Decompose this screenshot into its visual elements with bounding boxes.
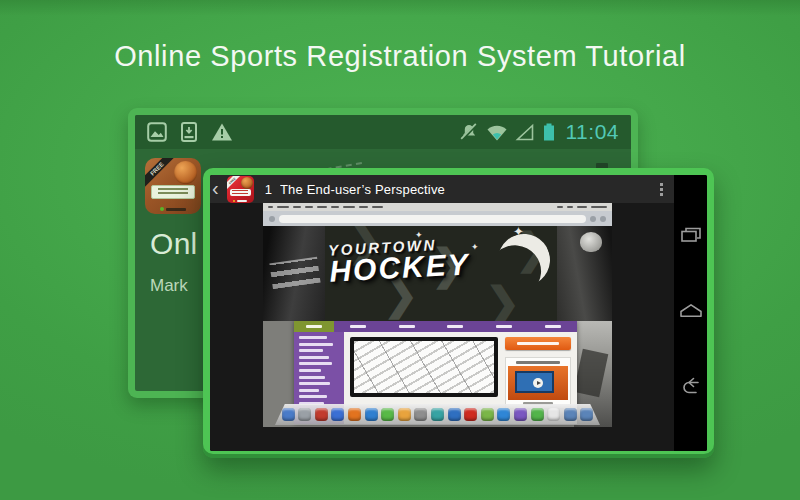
dock-app-icon bbox=[381, 408, 394, 421]
roster-image-frame bbox=[350, 337, 498, 397]
dock-app-icon bbox=[564, 408, 577, 421]
dock-app-icon bbox=[448, 408, 461, 421]
dock-app-icon bbox=[580, 408, 593, 421]
video-ad-box bbox=[505, 357, 571, 409]
mute-icon bbox=[459, 122, 479, 142]
dock-app-icon bbox=[531, 408, 544, 421]
dock-app-icon bbox=[547, 408, 560, 421]
signal-icon bbox=[515, 122, 535, 142]
icon-label-band bbox=[230, 189, 251, 196]
dock-app-icon bbox=[282, 408, 295, 421]
roster-spreadsheet bbox=[354, 341, 494, 393]
wifi-icon bbox=[486, 122, 508, 142]
video-player-area: ❯ ❯ ❯ ❯ ❯ ✦ ✦ ✦ ✦ bbox=[210, 203, 674, 451]
home-button[interactable] bbox=[679, 303, 703, 318]
basketball-icon bbox=[241, 177, 253, 189]
front-phone-frame: ‹ FREE 1 The End-user’s Perspective bbox=[203, 168, 714, 458]
register-now-button bbox=[505, 337, 571, 350]
warning-icon bbox=[211, 122, 233, 142]
icon-brand-row bbox=[145, 207, 201, 211]
back-caret-icon[interactable]: ‹ bbox=[212, 178, 219, 198]
dock-app-icon bbox=[497, 408, 510, 421]
basketball-icon bbox=[174, 161, 197, 184]
dock-app-icon bbox=[398, 408, 411, 421]
icon-brand-row bbox=[227, 200, 254, 202]
gallery-icon bbox=[147, 122, 167, 142]
back-status-bar: 11:04 bbox=[135, 115, 631, 149]
recents-button[interactable] bbox=[680, 227, 702, 244]
dock-app-icon bbox=[315, 408, 328, 421]
site-nav-bar bbox=[294, 321, 577, 332]
banner-pattern-chevron: ❯ bbox=[485, 282, 520, 321]
ad-play-icon bbox=[533, 378, 543, 388]
dock-app-icon bbox=[331, 408, 344, 421]
app-store-listing-icon: FREE bbox=[145, 158, 201, 214]
status-clock: 11:04 bbox=[566, 120, 620, 144]
mac-menu-bar bbox=[263, 203, 612, 211]
mac-dock bbox=[275, 404, 600, 425]
page-title: Online Sports Registration System Tutori… bbox=[0, 40, 800, 73]
site-tab bbox=[528, 321, 577, 332]
site-tab bbox=[383, 321, 432, 332]
action-bar: ‹ FREE 1 The End-user’s Perspective bbox=[210, 175, 674, 203]
website-banner: ❯ ❯ ❯ ❯ ❯ ✦ ✦ ✦ ✦ bbox=[263, 226, 612, 321]
dock-app-icon bbox=[414, 408, 427, 421]
site-tab bbox=[480, 321, 529, 332]
dock-app-icon bbox=[365, 408, 378, 421]
dock-app-icon bbox=[431, 408, 444, 421]
site-tab bbox=[431, 321, 480, 332]
dock-app-icon bbox=[514, 408, 527, 421]
hockey-player-photo-right bbox=[557, 226, 612, 321]
dock-app-icon bbox=[348, 408, 361, 421]
browser-toolbar bbox=[263, 211, 612, 226]
battery-icon bbox=[542, 122, 556, 142]
front-phone-screen: ‹ FREE 1 The End-user’s Perspective bbox=[210, 175, 707, 451]
dock-app-icon bbox=[481, 408, 494, 421]
address-bar bbox=[279, 215, 586, 223]
lesson-title: The End-user’s Perspective bbox=[280, 182, 445, 197]
site-tab bbox=[334, 321, 383, 332]
overflow-menu-icon[interactable] bbox=[658, 179, 665, 200]
hockey-player-photo-left bbox=[263, 226, 325, 321]
site-tab-home bbox=[294, 321, 334, 332]
android-nav-bar bbox=[674, 175, 707, 451]
app-icon: FREE bbox=[227, 176, 254, 203]
video-thumbnail[interactable]: ❯ ❯ ❯ ❯ ❯ ✦ ✦ ✦ ✦ bbox=[263, 203, 612, 427]
back-button[interactable] bbox=[680, 377, 702, 394]
dock-app-icon bbox=[298, 408, 311, 421]
dock-app-icon bbox=[464, 408, 477, 421]
promo-canvas: Online Sports Registration System Tutori… bbox=[0, 0, 800, 500]
banner-star: ✦ bbox=[471, 242, 479, 252]
lesson-number: 1 bbox=[265, 182, 272, 197]
download-icon bbox=[180, 122, 198, 142]
icon-label-band bbox=[151, 185, 195, 199]
